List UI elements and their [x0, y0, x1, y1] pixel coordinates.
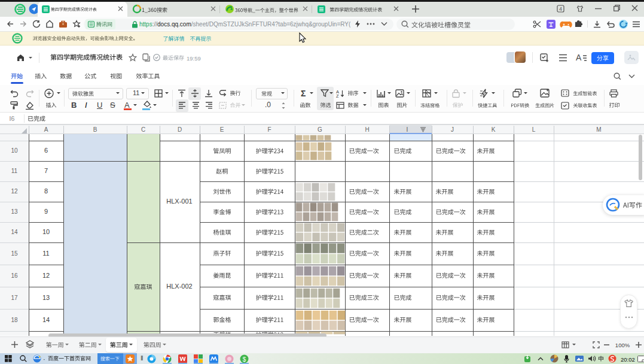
- svg-text:4: 4: [559, 6, 562, 12]
- svg-text:$: $: [243, 356, 246, 363]
- svg-text:A: A: [576, 53, 582, 62]
- svg-text:Z: Z: [336, 93, 339, 99]
